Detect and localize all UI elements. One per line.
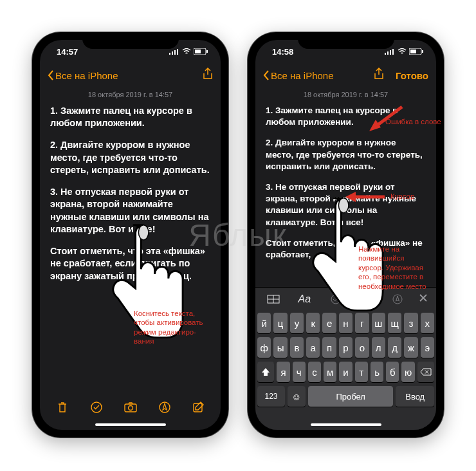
numbers-key[interactable]: 123 [257,386,285,407]
key-р[interactable]: р [339,337,352,358]
note-paragraph: 1. Зажмите палец на курсоре в любом прил… [50,105,210,130]
key-в[interactable]: в [290,337,304,358]
camera-icon[interactable] [352,295,381,304]
nav-bar: Все на iPhone [40,63,221,88]
wifi-icon [182,47,191,57]
status-time: 14:57 [53,47,78,57]
key-е[interactable]: е [322,313,336,333]
note-paragraph: 3. Не отпуская первой руки от экрана, вт… [50,186,210,236]
share-button[interactable] [203,68,213,83]
back-button[interactable]: Все на iPhone [48,70,118,81]
markup-icon[interactable] [383,293,412,305]
check-icon[interactable] [87,401,105,414]
key-м[interactable]: м [324,362,336,382]
key-о[interactable]: о [355,337,369,358]
svg-rect-19 [410,50,416,53]
key-з[interactable]: з [404,313,417,333]
key-г[interactable]: г [355,313,369,333]
key-у[interactable]: у [290,313,304,333]
close-icon[interactable] [414,293,432,306]
markup-icon[interactable] [156,401,174,414]
annotation-text: Курсор [390,192,414,201]
key-к[interactable]: к [306,313,320,333]
enter-key[interactable]: Ввод [396,386,434,407]
svg-point-9 [128,406,133,411]
shift-key[interactable] [257,362,274,382]
annotation-text: Ошибка в слове [385,117,441,126]
key-э[interactable]: э [421,337,434,358]
key-ы[interactable]: ы [273,337,287,358]
compose-icon[interactable] [190,401,208,414]
key-я[interactable]: я [277,362,289,382]
svg-rect-1 [172,51,173,55]
svg-rect-0 [169,53,170,55]
notch [82,32,179,49]
keyboard: йцукенгшщзх фывапролджэ ячсмитьбю 123 ☺ … [255,310,436,430]
keyboard-row: ячсмитьбю [257,362,434,382]
wifi-icon [398,47,407,57]
note-content[interactable]: 18 октября 2019 г. в 14:57 1. Зажмите па… [40,88,221,394]
key-д[interactable]: д [388,337,401,358]
key-ч[interactable]: ч [293,362,306,382]
key-щ[interactable]: щ [388,313,401,333]
key-ь[interactable]: ь [371,362,383,382]
svg-rect-3 [177,49,178,55]
key-б[interactable]: б [386,362,399,382]
svg-rect-16 [392,49,394,55]
key-ж[interactable]: ж [404,337,417,358]
note-paragraph: 2. Двигайте курором в нужное место, где … [50,139,210,177]
checklist-icon[interactable] [321,293,349,305]
share-button[interactable] [374,68,384,83]
key-ф[interactable]: ф [257,337,271,358]
svg-rect-22 [361,296,372,303]
key-т[interactable]: т [355,362,368,382]
nav-bar: Все на iPhone Готово [255,63,436,88]
table-icon[interactable] [259,295,288,304]
done-button[interactable]: Готово [396,70,428,81]
svg-point-23 [365,297,369,301]
arrow-icon [343,189,388,205]
key-л[interactable]: л [372,337,385,358]
trash-icon[interactable] [53,401,71,414]
backspace-key[interactable] [417,362,434,382]
emoji-key[interactable]: ☺ [288,386,306,407]
key-ц[interactable]: ц [273,313,287,333]
status-time: 14:58 [268,47,293,57]
annotation-text: Коснитесь текста, чтобы активировать реж… [134,309,203,346]
note-paragraph: 2. Двигайте курором в нужное место, где … [266,137,426,172]
note-date: 18 октября 2019 г. в 14:57 [266,90,426,100]
notch [298,32,394,49]
phone-left: 14:57 Все на iPhone 18 октября 2019 [32,32,228,438]
back-button[interactable]: Все на iPhone [263,70,334,81]
keyboard-row: фывапролджэ [257,337,434,358]
format-icon[interactable]: Aa [290,293,318,305]
phone-right: 14:58 Все на iPhone Готово 1 [248,32,444,438]
key-й[interactable]: й [257,313,271,333]
key-п[interactable]: п [322,337,336,358]
annotation-text: Нажмите на появившийся курсор. Удерживая… [358,245,426,291]
svg-rect-15 [390,50,391,55]
camera-icon[interactable] [122,402,140,412]
key-а[interactable]: а [306,337,320,358]
svg-rect-13 [385,53,386,55]
home-indicator[interactable] [311,423,381,426]
battery-icon [409,47,423,57]
key-н[interactable]: н [339,313,352,333]
back-label: Все на iPhone [55,70,118,81]
home-indicator[interactable] [95,423,166,426]
svg-rect-14 [387,51,389,55]
key-ш[interactable]: ш [372,313,385,333]
key-и[interactable]: и [339,362,352,382]
svg-rect-8 [125,404,136,412]
svg-point-21 [331,295,340,304]
key-ю[interactable]: ю [401,362,414,382]
svg-rect-2 [174,50,176,55]
keyboard-row: йцукенгшщзх [257,313,434,333]
note-paragraph: Стоит отметить, что эта «фишка» не срабо… [50,245,210,283]
space-key[interactable]: Пробел [308,386,393,407]
key-х[interactable]: х [421,313,434,333]
svg-rect-6 [195,50,201,53]
back-label: Все на iPhone [271,70,334,81]
note-paragraph: 3. Не отпуская первой руки от экрана, вт… [266,181,426,228]
key-с[interactable]: с [308,362,321,382]
